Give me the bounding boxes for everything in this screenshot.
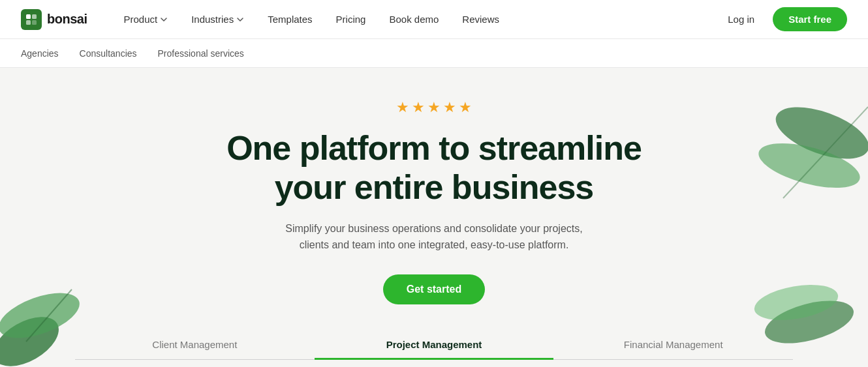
svg-line-6 — [26, 289, 72, 342]
logo[interactable]: bonsai — [21, 9, 87, 30]
svg-line-9 — [783, 107, 868, 198]
nav-item-book-demo[interactable]: Book demo — [379, 8, 449, 30]
logo-icon — [21, 9, 42, 30]
star-5: ★ — [459, 99, 472, 116]
svg-point-5 — [0, 284, 85, 347]
star-rating: ★ ★ ★ ★ ★ — [396, 99, 472, 116]
star-2: ★ — [412, 99, 425, 116]
svg-rect-0 — [26, 14, 31, 19]
subnav-item-professional-services[interactable]: Professional services — [158, 48, 244, 59]
svg-point-11 — [752, 279, 841, 326]
svg-rect-2 — [26, 20, 31, 25]
svg-point-8 — [754, 134, 864, 197]
star-3: ★ — [427, 99, 441, 116]
svg-point-7 — [769, 96, 868, 169]
login-button[interactable]: Log in — [720, 8, 762, 30]
tab-financial-management[interactable]: Financial Management — [553, 331, 793, 360]
navbar-actions: Log in Start free — [720, 7, 847, 31]
svg-point-4 — [0, 307, 67, 367]
svg-rect-3 — [32, 20, 37, 25]
feature-tabs: Client Management Project Management Fin… — [75, 330, 793, 360]
logo-text: bonsai — [47, 12, 87, 27]
navbar: bonsai Product Industries Templates Pric… — [0, 0, 868, 39]
get-started-button[interactable]: Get started — [383, 274, 485, 304]
subnav-item-agencies[interactable]: Agencies — [21, 48, 59, 59]
tab-client-management[interactable]: Client Management — [75, 331, 315, 360]
nav-item-templates[interactable]: Templates — [257, 8, 322, 30]
chevron-down-icon — [160, 16, 168, 23]
nav-menu: Product Industries Templates Pricing Boo… — [113, 8, 720, 30]
star-1: ★ — [396, 99, 409, 116]
tab-project-management[interactable]: Project Management — [315, 331, 554, 360]
chevron-down-icon — [236, 16, 244, 23]
hero-subtitle: Simplify your business operations and co… — [277, 220, 591, 254]
subnav: Agencies Consultancies Professional serv… — [0, 39, 868, 68]
svg-rect-1 — [32, 14, 37, 19]
nav-item-product[interactable]: Product — [113, 8, 178, 30]
nav-item-industries[interactable]: Industries — [181, 8, 255, 30]
star-4: ★ — [443, 99, 456, 116]
hero-section: ★ ★ ★ ★ ★ One platform to streamline you… — [0, 68, 868, 367]
leaf-right-top-decoration — [744, 81, 868, 224]
nav-item-reviews[interactable]: Reviews — [452, 8, 510, 30]
nav-item-pricing[interactable]: Pricing — [326, 8, 377, 30]
subnav-item-consultancies[interactable]: Consultancies — [80, 48, 137, 59]
start-free-button[interactable]: Start free — [773, 7, 847, 31]
hero-title: One platform to streamline your entire b… — [212, 129, 656, 207]
